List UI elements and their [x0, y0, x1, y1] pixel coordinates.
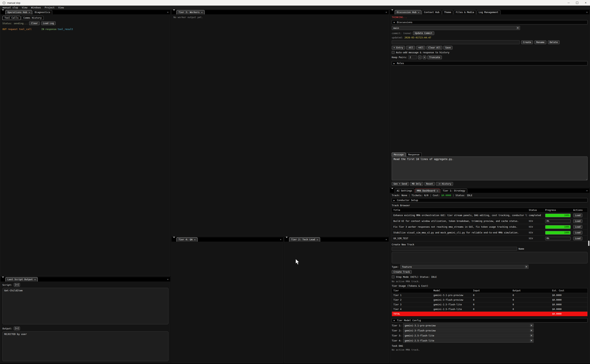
minimize-icon[interactable] — [564, 0, 573, 6]
load-button[interactable]: Load — [573, 225, 582, 229]
close-icon[interactable] — [581, 0, 590, 6]
dock-menu-icon[interactable] — [2, 278, 4, 280]
tab-last-script-output[interactable]: Last Script Output — [5, 277, 38, 281]
truncate-button[interactable]: Truncate — [427, 56, 442, 59]
expand-all-button[interactable]: +All — [416, 46, 425, 50]
dock-menu-icon[interactable] — [391, 189, 393, 192]
tier4-model-select[interactable]: gemini-2.5-flash-lite — [403, 338, 534, 343]
tab-response[interactable]: Response — [406, 153, 422, 156]
tab-theme[interactable]: Theme — [442, 10, 453, 14]
tab-operations-hub[interactable]: Operations Hub — [5, 10, 32, 14]
tab-close-icon[interactable] — [317, 238, 318, 241]
create-track-button[interactable]: Create Track — [392, 270, 412, 274]
gen-send-button[interactable]: Gen + Send — [392, 182, 409, 186]
clear-all-button[interactable]: Clear All — [426, 46, 442, 50]
keep-pairs-plus-button[interactable]: + — [423, 56, 426, 59]
dock-menu-icon[interactable] — [2, 11, 4, 13]
dock-menu-icon[interactable] — [173, 11, 175, 13]
tab-message[interactable]: Message — [392, 153, 406, 156]
tab-files-media[interactable]: Files & Media — [454, 10, 476, 14]
tier2-model-select[interactable]: gemini-3-flash-preview — [403, 328, 534, 332]
table-row[interactable]: Build UI for context window utilization,… — [392, 218, 587, 224]
step-mode-checkbox[interactable] — [392, 275, 395, 278]
subtab-comms-history[interactable]: Comms History — [21, 16, 44, 20]
maximize-icon[interactable] — [573, 0, 581, 6]
load-button[interactable]: Load — [573, 214, 582, 217]
tab-tier4-qa[interactable]: Tier 4: QA — [176, 237, 198, 242]
tier1-model-select[interactable]: gemini-3.1-pro-preview — [403, 323, 534, 327]
update-commit-button[interactable]: Update Commit — [413, 31, 434, 35]
menu-item-view[interactable]: View — [20, 6, 29, 9]
reset-button[interactable]: Reset — [424, 182, 435, 186]
menu-item-manual-slop[interactable]: manual slop — [1, 6, 20, 9]
conductor-setup-header[interactable]: Conductor Setup — [392, 198, 588, 202]
tab-discussion-hub[interactable]: Discussion Hub — [395, 10, 421, 14]
tab-tier3-workers[interactable]: Tier 3: Workers — [176, 10, 205, 14]
tab-close-icon[interactable] — [437, 189, 438, 192]
clear-button[interactable]: Clear — [29, 21, 40, 25]
load-button[interactable]: Load — [573, 231, 582, 234]
tab-close-icon[interactable] — [34, 278, 36, 281]
rename-button[interactable]: Rename — [534, 40, 546, 44]
menu-item-project[interactable]: Project — [43, 6, 57, 9]
table-row[interactable]: Fix Tier 3 worker responses not reaching… — [392, 224, 587, 230]
keep-pairs-minus-button[interactable]: - — [418, 56, 422, 59]
roles-section-header[interactable]: Roles — [392, 61, 588, 65]
create-button[interactable]: Create — [521, 40, 533, 44]
discussion-name-input[interactable] — [392, 40, 520, 44]
script-textarea[interactable]: Get-ChildItem — [2, 288, 168, 324]
delete-button[interactable]: Delete — [548, 40, 560, 44]
menu-item-windows[interactable]: Windows — [29, 6, 43, 9]
discussions-section-header[interactable]: Discussions — [392, 20, 588, 24]
tab-close-icon[interactable] — [29, 11, 30, 13]
table-row[interactable]: UX_SIM_TEST NEW 0% Load — [392, 236, 587, 241]
discussion-select[interactable]: main — [392, 26, 520, 30]
panel-close-icon[interactable] — [586, 189, 588, 192]
tab-mma-dashboard[interactable]: MMA Dashboard — [415, 188, 440, 193]
tab-tier1-strategy[interactable]: Tier 1: Strategy — [441, 188, 467, 193]
dock-menu-icon[interactable] — [286, 238, 288, 241]
dock-menu-icon[interactable] — [173, 238, 175, 241]
tier3-model-select[interactable]: gemini-2.5-flash-lite — [403, 333, 534, 338]
load-log-button[interactable]: Load Log — [41, 21, 56, 25]
tab-tier2-tech-lead[interactable]: Tier 2: Tech Lead — [289, 237, 320, 242]
track-description-textarea[interactable] — [392, 252, 588, 263]
subtab-tool-calls[interactable]: Tool Calls — [2, 16, 20, 20]
output-expand-button[interactable]: [+] — [14, 326, 20, 330]
scrollbar-thumb[interactable] — [588, 241, 590, 246]
tab-close-icon[interactable] — [418, 11, 419, 13]
autoadd-checkbox[interactable] — [392, 51, 395, 54]
tier-model-config-header[interactable]: Tier Model Config — [392, 318, 588, 322]
dock-menu-icon[interactable] — [391, 11, 393, 13]
output-textarea[interactable]: REJECTED by user — [2, 332, 168, 361]
panel-close-icon[interactable] — [167, 278, 168, 280]
panel-close-icon[interactable] — [586, 11, 588, 13]
menu-item-view2[interactable]: View — [56, 6, 66, 9]
load-button[interactable]: Load — [573, 219, 582, 223]
tab-context-hub[interactable]: Context Hub — [422, 10, 442, 14]
track-name-input[interactable] — [392, 247, 517, 251]
tab-ai-settings[interactable]: AI Settings — [395, 188, 414, 193]
collapse-all-button[interactable]: -All — [406, 46, 415, 50]
panel-close-icon[interactable] — [386, 238, 387, 241]
tab-close-icon[interactable] — [194, 238, 195, 241]
md-only-button[interactable]: MD Only — [410, 182, 423, 186]
keep-pairs-input[interactable] — [408, 55, 417, 59]
panel-close-icon[interactable] — [386, 11, 387, 13]
mouse-cursor — [295, 259, 300, 266]
to-history-button[interactable]: -> History — [436, 182, 453, 186]
panel-close-icon[interactable] — [167, 11, 168, 13]
tab-diagnostics[interactable]: Diagnostics — [33, 10, 52, 14]
save-button[interactable]: Save — [443, 46, 453, 50]
panel-close-icon[interactable] — [280, 238, 281, 241]
track-type-select[interactable]: feature — [400, 265, 529, 269]
add-entry-button[interactable]: + Entry — [392, 46, 405, 50]
tab-close-icon[interactable] — [201, 11, 203, 13]
script-expand-button[interactable]: [+] — [14, 283, 20, 287]
tab-log-management[interactable]: Log Management — [476, 10, 500, 14]
table-row[interactable]: Stabilize visual_sim_mma_v2.py and mock_… — [392, 230, 587, 236]
table-row[interactable]: Enhance existing MMA orchestration GUI: … — [392, 213, 587, 218]
message-textarea[interactable]: Read the first 10 lines of aggregate.py. — [392, 156, 588, 180]
task-dag-label: Task DAG — [392, 344, 588, 347]
load-button[interactable]: Load — [573, 237, 582, 240]
